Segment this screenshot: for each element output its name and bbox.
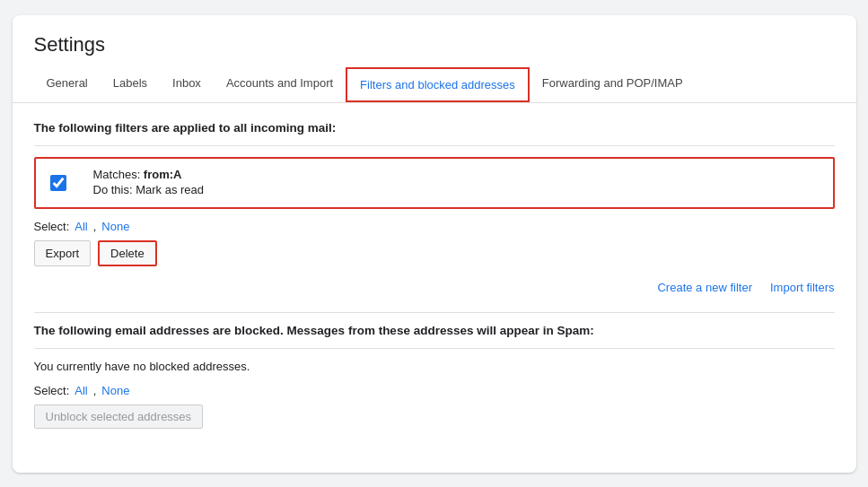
blocked-select-label: Select: [34,384,70,397]
filters-select-row: Select: All, None [34,220,835,233]
filter-actions-row: Create a new filter Import filters [34,281,835,294]
tab-forwarding[interactable]: Forwarding and POP/IMAP [530,67,696,102]
page-title: Settings [13,15,856,67]
blocked-select-row: Select: All, None [34,384,835,397]
matches-value: from:A [144,168,182,181]
main-content: The following filters are applied to all… [13,103,856,447]
export-button[interactable]: Export [34,240,92,266]
tab-labels[interactable]: Labels [101,67,160,102]
import-filters-link[interactable]: Import filters [770,281,835,294]
filter-checkbox[interactable] [50,175,66,191]
filter-matches: Matches: from:A [93,168,205,181]
divider-3 [34,348,835,349]
filters-select-none[interactable]: None [101,220,129,233]
action-value: Mark as read [136,183,204,196]
no-blocked-text: You currently have no blocked addresses. [34,360,835,373]
filters-section-header: The following filters are applied to all… [34,121,835,135]
settings-container: Settings General Labels Inbox Accounts a… [13,15,856,473]
tab-general[interactable]: General [34,67,101,102]
filters-select-all[interactable]: All [75,220,87,233]
tab-filters-and-blocked[interactable]: Filters and blocked addresses [346,67,530,102]
filter-details: Matches: from:A Do this: Mark as read [93,168,205,198]
blocked-select-all[interactable]: All [75,384,87,397]
filter-row: Matches: from:A Do this: Mark as read [34,157,835,209]
tab-inbox[interactable]: Inbox [160,67,214,102]
filter-buttons-row: Export Delete [34,240,835,266]
create-new-filter-link[interactable]: Create a new filter [657,281,752,294]
divider-2 [34,312,835,313]
divider-1 [34,145,835,146]
filter-action: Do this: Mark as read [93,183,205,196]
matches-label: Matches: [93,168,144,181]
filters-select-label: Select: [34,220,70,233]
delete-button[interactable]: Delete [98,240,157,266]
action-label: Do this: [93,183,136,196]
blocked-select-none[interactable]: None [101,384,129,397]
tab-accounts-and-import[interactable]: Accounts and Import [214,67,346,102]
unblock-button: Unblock selected addresses [34,404,204,429]
blocked-section-header: The following email addresses are blocke… [34,324,835,337]
tabs-bar: General Labels Inbox Accounts and Import… [13,67,856,103]
